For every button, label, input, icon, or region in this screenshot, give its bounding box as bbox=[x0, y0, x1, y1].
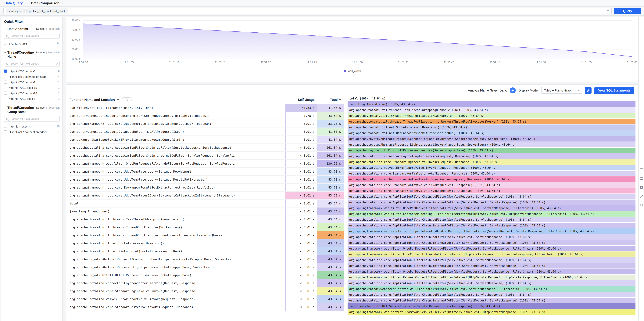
table-row[interactable]: org.apache.catalina.core.ApplicationFilt… bbox=[70, 152, 344, 160]
flame-node[interactable]: org.springframework.web.filter.Character… bbox=[348, 211, 636, 217]
field-value-item[interactable]: http-nio-7001-exec-18 1 bbox=[4, 90, 60, 96]
headset-icon[interactable] bbox=[640, 203, 643, 207]
table-row[interactable]: org.springframework.jdbc.core.JdbcTempla… bbox=[70, 176, 344, 184]
checkbox[interactable] bbox=[4, 130, 7, 133]
table-row[interactable]: org.apache.tomcat.util.net.NioEndpoint$S… bbox=[70, 247, 344, 255]
table-row[interactable]: org.springframework.jdbc.core.JdbcTempla… bbox=[70, 120, 344, 128]
table-row[interactable]: org.apache.coyote.http11.Http11Processor… bbox=[70, 271, 344, 279]
field-value-item[interactable]: http-nio-7001-exec-11 1 bbox=[4, 80, 60, 85]
chart-legend[interactable]: wall_clock bbox=[66, 69, 638, 72]
flame-node[interactable]: org.springframework.web.servlet.Framewor… bbox=[348, 309, 636, 315]
flame-node[interactable]: java.lang.Thread.run() (100%, 43.64 s) bbox=[348, 102, 636, 107]
table-row[interactable]: org.apache.tomcat.util.threads.ThreadPoo… bbox=[70, 224, 344, 232]
table-row[interactable]: org.springframework.jdbc.core.JdbcTempla… bbox=[70, 192, 344, 200]
collapse-caret-icon[interactable] bbox=[4, 28, 6, 30]
flame-node[interactable]: org.apache.coyote.AbstractProtocol$Conne… bbox=[348, 136, 636, 142]
flame-node[interactable]: org.apache.coyote.http11.Http11Processor… bbox=[348, 148, 636, 153]
checkbox[interactable] bbox=[4, 70, 7, 73]
flame-node[interactable]: org.springframework.web.filter.OncePerRe… bbox=[348, 246, 636, 252]
number-link[interactable]: Number bbox=[36, 27, 46, 30]
flame-node[interactable]: org.apache.catalina.core.ApplicationFilt… bbox=[348, 292, 636, 298]
table-row[interactable]: org.apache.catalina.connector.CoyoteAdap… bbox=[70, 279, 344, 287]
column-total[interactable]: Total bbox=[317, 98, 344, 102]
flame-node[interactable]: org.apache.tomcat.util.threads.ThreadPoo… bbox=[348, 113, 636, 119]
pencil-icon[interactable] bbox=[640, 194, 643, 198]
table-row[interactable]: org.apache.catalina.core.StandardHostVal… bbox=[70, 303, 344, 311]
field-value-item[interactable]: HikariPool-* connection adder 4 bbox=[4, 129, 60, 134]
table-row[interactable]: com.zaxxer.hikari.pool.HikariProxyStatem… bbox=[70, 136, 344, 144]
checkbox[interactable] bbox=[4, 92, 7, 95]
table-row[interactable]: total < 0.01 s 43.64 s bbox=[70, 200, 344, 208]
flame-node[interactable]: org.springframework.web.filter.OncePerRe… bbox=[348, 205, 636, 211]
query-tag-metric[interactable]: profile_wall_clock.wall_clock bbox=[26, 8, 68, 14]
function-search-button[interactable] bbox=[122, 97, 132, 102]
flame-node[interactable]: org.apache.catalina.core.ApplicationFilt… bbox=[348, 217, 636, 222]
flame-node[interactable]: org.apache.catalina.core.ApplicationFilt… bbox=[348, 200, 636, 205]
collapse-caret-icon[interactable] bbox=[4, 51, 6, 53]
table-row[interactable]: org.apache.catalina.core.StandardEngineV… bbox=[70, 287, 344, 295]
query-condition-input[interactable]: sentry-java profile_wall_clock.wall_cloc… bbox=[3, 8, 612, 14]
flame-node[interactable]: org.apache.catalina.valves.ErrorReportVa… bbox=[348, 165, 636, 171]
checkbox[interactable] bbox=[4, 125, 7, 128]
flame-node[interactable]: org.apache.tomcat.util.threads.TaskThrea… bbox=[348, 107, 636, 113]
view-sql-button[interactable]: View SQL Statements bbox=[594, 87, 634, 94]
proportion-link[interactable]: Proportion bbox=[48, 27, 60, 30]
chevron-down-icon[interactable] bbox=[607, 10, 609, 12]
table-row[interactable]: org.apache.catalina.core.ApplicationFilt… bbox=[70, 144, 344, 152]
flame-node[interactable]: org.apache.catalina.core.StandardEngineV… bbox=[348, 159, 636, 165]
feedback-icon[interactable] bbox=[640, 177, 643, 180]
flame-node[interactable]: org.apache.tomcat.util.threads.ThreadPoo… bbox=[348, 119, 636, 124]
flame-node[interactable]: org.apache.catalina.core.ApplicationFilt… bbox=[348, 240, 636, 246]
flame-node[interactable]: org.apache.catalina.core.StandardContext… bbox=[348, 182, 636, 188]
table-row[interactable]: org.apache.coyote.AbstractProtocol$Conne… bbox=[70, 255, 344, 263]
checkbox[interactable] bbox=[4, 81, 7, 84]
tab-data-query[interactable]: Data Query bbox=[4, 0, 23, 6]
flame-node[interactable]: org.springframework.web.servlet.v3_1.Ope… bbox=[348, 228, 636, 234]
table-row[interactable]: org.apache.tomcat.util.threads.TaskThrea… bbox=[70, 216, 344, 224]
field-value-search-input[interactable] bbox=[4, 116, 60, 122]
wall-clock-chart[interactable]: 26.00 s24.00 s22.00 s20.00 s18.00 s11:51… bbox=[83, 20, 632, 59]
flame-node[interactable]: org.apache.catalina.core.ApplicationFilt… bbox=[348, 194, 636, 200]
proportion-link[interactable]: Proportion bbox=[48, 51, 60, 54]
field-value-item[interactable]: http-nio-*-exec-* 10 bbox=[4, 124, 60, 129]
flame-node[interactable]: org.springframework.web.filter.OncePerRe… bbox=[348, 269, 636, 274]
flame-node[interactable]: org.apache.catalina.authenticator.Authen… bbox=[348, 176, 636, 182]
flame-node[interactable]: org.apache.catalina.core.ApplicationFilt… bbox=[348, 298, 636, 304]
table-row[interactable]: org.springframework.jdbc.core.JdbcTempla… bbox=[70, 168, 344, 176]
query-button[interactable]: Query bbox=[614, 8, 641, 14]
table-row[interactable]: org.apache.coyote.AbstractProcessorLight… bbox=[70, 263, 344, 271]
table-row[interactable]: org.springframework.web.filter.OncePerRe… bbox=[70, 160, 344, 168]
flame-node[interactable]: org.springframework.web.filter.RequestCo… bbox=[348, 274, 636, 280]
field-value-search-input[interactable] bbox=[4, 33, 60, 39]
field-value-item[interactable]: http-nio-7001-exec-5 1 bbox=[4, 96, 60, 102]
flame-node[interactable]: total (100%, 43.64 s) bbox=[348, 96, 636, 102]
table-row[interactable]: org.apache.catalina.valves.ErrorReportVa… bbox=[70, 295, 344, 303]
flame-node[interactable]: org.apache.catalina.core.ApplicationFilt… bbox=[348, 222, 636, 228]
flame-node[interactable]: org.apache.catalina.core.StandardWrapper… bbox=[348, 188, 636, 194]
flame-node[interactable]: org.apache.catalina.core.ApplicationFilt… bbox=[348, 234, 636, 240]
panel-icon[interactable] bbox=[640, 168, 643, 172]
flame-node[interactable]: org.apache.catalina.core.ApplicationFilt… bbox=[348, 280, 636, 286]
number-link[interactable]: Number bbox=[36, 106, 46, 109]
flame-node[interactable]: org.springframework.web.filter.FormConte… bbox=[348, 252, 636, 257]
flame-node[interactable]: org.apache.catalina.core.ApplicationFilt… bbox=[348, 263, 636, 269]
table-row[interactable]: java.lang.Thread.run() < 0.01 s 43.64 s bbox=[70, 208, 344, 216]
table-row[interactable]: com.sentrydemos.springboot.AppController… bbox=[70, 112, 344, 120]
tab-data-comparison[interactable]: Data Comparison bbox=[31, 0, 59, 6]
number-link[interactable]: Number bbox=[36, 51, 46, 54]
display-mode-select[interactable]: Table + Flame Graph bbox=[541, 87, 582, 94]
flame-node[interactable]: org.apache.coyote.AbstractProcessorLight… bbox=[348, 142, 636, 148]
field-value-item[interactable]: http-nio-7001-exec-15 1 bbox=[4, 85, 60, 90]
table-row[interactable]: com.sentrydemos.springboot.DatabaseHelpe… bbox=[70, 128, 344, 136]
table-row[interactable]: sun.nio.ch.Net.poll(FileDescriptor, int,… bbox=[70, 104, 344, 112]
flame-node[interactable]: org.apache.tomcat.websocket.server.WsFil… bbox=[348, 286, 636, 292]
checkbox[interactable] bbox=[4, 75, 7, 78]
checkbox[interactable] bbox=[4, 86, 7, 89]
table-row[interactable]: org.apache.tomcat.util.net.SocketProcess… bbox=[70, 240, 344, 247]
flame-node[interactable]: org.apache.tomcat.util.net.SocketProcess… bbox=[348, 124, 636, 130]
flame-node[interactable]: org.apache.tomcat.util.net.NioEndpoint$S… bbox=[348, 130, 636, 136]
field-value-search-input[interactable] bbox=[4, 61, 60, 66]
checkbox[interactable] bbox=[4, 97, 7, 100]
column-self-usage[interactable]: Self Usage bbox=[285, 98, 317, 102]
gear-icon[interactable] bbox=[640, 186, 643, 189]
